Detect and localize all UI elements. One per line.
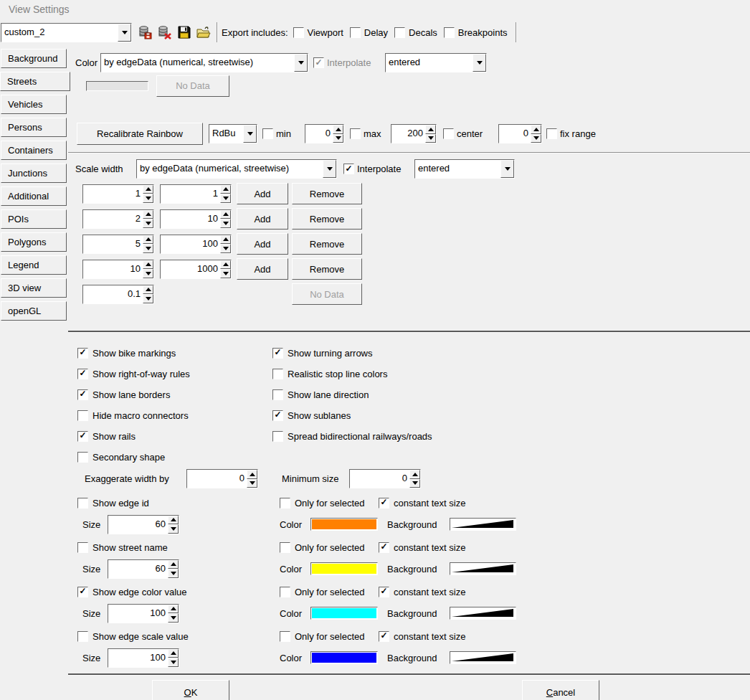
spin-up-button[interactable] (333, 125, 343, 134)
chevron-down-icon[interactable] (323, 160, 336, 178)
tab-streets[interactable]: Streets (0, 72, 70, 91)
chevron-down-icon[interactable] (500, 160, 514, 178)
min-checkbox[interactable] (262, 128, 273, 139)
add-button[interactable]: Add (237, 208, 288, 230)
threshold-spinner[interactable]: 1 (82, 184, 154, 204)
spin-up-button[interactable] (168, 605, 179, 614)
width-spinner[interactable]: 1 (160, 184, 232, 204)
spin-up-button[interactable] (531, 125, 541, 134)
constant-text-size-checkbox[interactable] (379, 542, 389, 553)
street-name-background-well[interactable] (450, 562, 516, 575)
street-name-size-spinner[interactable]: 60 (108, 559, 179, 579)
spin-down-button[interactable] (247, 479, 257, 488)
scale-scheme-select[interactable]: by edgeData (numerical, streetwise) (136, 159, 337, 179)
show-edge-id-checkbox[interactable] (77, 498, 88, 509)
edge-scale-value-background-well[interactable] (450, 651, 516, 664)
spin-down-button[interactable] (220, 269, 231, 278)
spin-up-button[interactable] (143, 285, 153, 295)
tab-junctions[interactable]: Junctions (1, 164, 67, 183)
width-spinner[interactable]: 10 (160, 209, 232, 229)
add-button[interactable]: Add (237, 258, 288, 280)
show-lane-borders-checkbox[interactable] (77, 389, 88, 400)
center-spinner[interactable]: 0 (498, 124, 542, 143)
show-edge-color-value-checkbox[interactable] (77, 587, 88, 597)
tab-pois[interactable]: POIs (1, 209, 67, 229)
width-spinner[interactable]: 100 (160, 235, 232, 254)
remove-button[interactable]: Remove (292, 258, 362, 280)
spin-down-button[interactable] (531, 134, 541, 143)
edge-id-background-well[interactable] (450, 518, 516, 531)
only-for-selected-checkbox[interactable] (280, 542, 290, 553)
edge-id-color-well[interactable] (310, 518, 378, 531)
spin-down-button[interactable] (409, 479, 420, 488)
spin-up-button[interactable] (220, 185, 231, 194)
ok-button[interactable]: OK (152, 680, 229, 700)
color-scheme-select[interactable]: by edgeData (numerical, streetwise) (100, 53, 308, 72)
only-for-selected-checkbox[interactable] (280, 587, 290, 597)
spread-bidirectional-checkbox[interactable] (272, 431, 283, 442)
edge-color-value-background-well[interactable] (450, 607, 516, 620)
chevron-down-icon[interactable] (118, 24, 131, 42)
decals-checkbox[interactable] (394, 27, 405, 38)
spin-down-button[interactable] (143, 219, 153, 228)
width-spinner[interactable]: 1000 (160, 260, 232, 279)
show-turning-arrows-checkbox[interactable] (272, 348, 283, 359)
edge-color-value-color-well[interactable] (310, 607, 378, 620)
scale-interpolate-checkbox[interactable] (343, 164, 354, 174)
hide-macro-connectors-checkbox[interactable] (77, 410, 88, 421)
only-for-selected-checkbox[interactable] (280, 631, 290, 642)
spin-down-button[interactable] (168, 613, 179, 623)
scale-mode-select[interactable]: entered (414, 159, 515, 179)
show-lane-direction-checkbox[interactable] (272, 389, 283, 400)
spin-down-button[interactable] (220, 244, 231, 253)
tab-vehicles[interactable]: Vehicles (1, 95, 67, 114)
breakpoints-checkbox[interactable] (444, 27, 455, 38)
tab-background[interactable]: Background (1, 49, 67, 68)
spin-up-button[interactable] (409, 470, 420, 479)
chevron-down-icon[interactable] (294, 54, 308, 72)
palette-select[interactable]: RdBu (209, 124, 257, 143)
center-checkbox[interactable] (443, 128, 454, 139)
load-from-file-icon[interactable] (194, 24, 212, 42)
min-spinner[interactable]: 0 (305, 124, 344, 143)
edge-id-size-spinner[interactable]: 60 (108, 515, 179, 534)
spin-up-button[interactable] (168, 516, 179, 525)
fix-range-checkbox[interactable] (546, 128, 557, 139)
spin-down-button[interactable] (143, 194, 153, 203)
show-rails-checkbox[interactable] (77, 431, 88, 442)
spin-up-button[interactable] (220, 210, 231, 219)
show-street-name-checkbox[interactable] (77, 542, 88, 553)
spin-down-button[interactable] (143, 294, 153, 303)
spin-down-button[interactable] (168, 524, 179, 534)
edge-scale-value-size-spinner[interactable]: 100 (108, 648, 179, 668)
threshold-spinner[interactable]: 0.1 (82, 285, 154, 304)
delay-checkbox[interactable] (350, 27, 361, 38)
tab-containers[interactable]: Containers (1, 141, 67, 160)
spin-up-button[interactable] (143, 235, 153, 245)
secondary-shape-checkbox[interactable] (77, 452, 88, 463)
spin-down-button[interactable] (143, 269, 153, 278)
tab-additional[interactable]: Additional (1, 186, 67, 206)
constant-text-size-checkbox[interactable] (379, 587, 389, 597)
spin-down-button[interactable] (168, 658, 179, 667)
spin-up-button[interactable] (220, 235, 231, 245)
add-button[interactable]: Add (237, 233, 288, 255)
spin-down-button[interactable] (333, 134, 343, 143)
edge-color-value-size-spinner[interactable]: 100 (108, 604, 179, 623)
show-bike-markings-checkbox[interactable] (77, 348, 88, 359)
remove-button[interactable]: Remove (292, 183, 362, 204)
spin-down-button[interactable] (220, 194, 231, 203)
remove-button[interactable]: Remove (292, 233, 362, 255)
recalibrate-rainbow-button[interactable]: Recalibrate Rainbow (77, 123, 203, 145)
threshold-spinner[interactable]: 5 (82, 235, 154, 254)
show-edge-scale-value-checkbox[interactable] (77, 631, 88, 642)
edge-scale-value-color-well[interactable] (310, 651, 378, 664)
show-right-of-way-rules-checkbox[interactable] (77, 369, 88, 379)
tab-opengl[interactable]: openGL (1, 301, 67, 321)
spin-up-button[interactable] (247, 470, 257, 479)
color-mode-select[interactable]: entered (385, 53, 487, 72)
spin-down-button[interactable] (168, 569, 179, 578)
remove-button[interactable]: Remove (292, 208, 362, 230)
spin-down-button[interactable] (143, 244, 153, 253)
cancel-button[interactable]: Cancel (522, 680, 599, 700)
